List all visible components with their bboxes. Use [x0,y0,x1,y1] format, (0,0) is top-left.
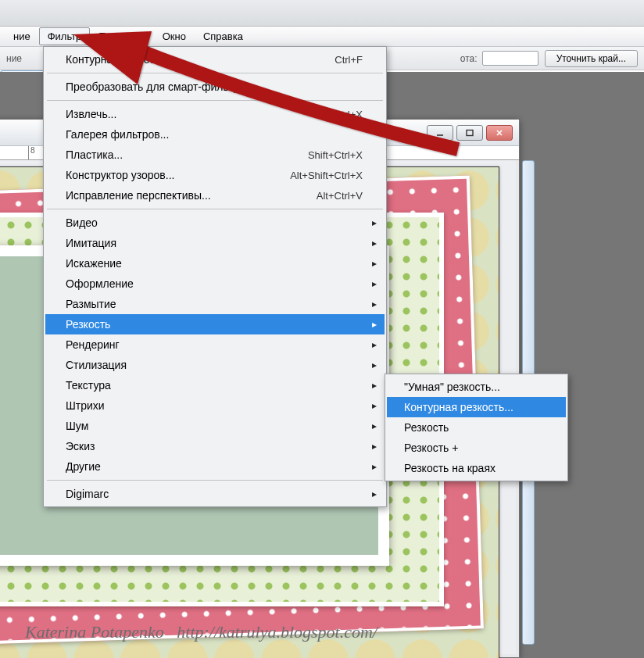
menu-item-extract[interactable]: Извлечь...Alt+Ctrl+X [45,104,385,124]
minimize-button[interactable] [427,125,453,141]
menubar: ние Фильтр Просмотр Окно Справка [0,27,644,47]
menu-item-artistic[interactable]: Имитация [45,233,385,253]
menu-item-pixelate[interactable]: Оформление [45,274,385,294]
window-titlebar [0,0,644,27]
menu-item-brush-strokes[interactable]: Штрихи [45,395,385,416]
menu-item-stylize[interactable]: Стилизация [45,355,385,375]
menu-item-other[interactable]: Другие [45,456,385,477]
menu-item-video[interactable]: Видео [45,213,385,233]
menubar-item-view[interactable]: Просмотр [90,27,153,45]
options-left-label: ние [6,53,22,64]
menu-item-blur[interactable]: Размытие [45,294,385,314]
menubar-item-filter[interactable]: Фильтр [39,27,91,45]
svg-rect-1 [467,130,473,135]
menu-item-pattern-maker[interactable]: Конструктор узоров...Alt+Shift+Ctrl+X [45,165,385,185]
menubar-item-partial[interactable]: ние [5,27,39,45]
maximize-button[interactable] [456,125,483,141]
menu-item-sketch[interactable]: Эскиз [45,436,385,456]
menu-item-liquify[interactable]: Пластика...Shift+Ctrl+X [45,145,385,165]
menu-item-texture[interactable]: Текстура [45,375,385,395]
menu-item-noise[interactable]: Шум [45,416,385,436]
filter-menu: Контурная резкостьCtrl+F Преобразовать д… [43,46,387,507]
submenu-unsharp-mask[interactable]: Контурная резкость... [387,397,566,417]
menu-item-distort[interactable]: Искажение [45,253,385,274]
menu-item-digimarc[interactable]: Digimarc [45,484,385,504]
menubar-item-window[interactable]: Окно [154,27,195,45]
window-buttons [427,125,513,141]
menu-item-filter-gallery[interactable]: Галерея фильтров... [45,124,385,145]
options-height-input[interactable] [482,51,538,66]
refine-edge-button[interactable]: Уточнить край... [545,50,638,67]
menu-item-render[interactable]: Рендеринг [45,334,385,355]
submenu-sharpen-more[interactable]: Резкость + [387,438,566,458]
menubar-item-help[interactable]: Справка [195,27,252,45]
close-button[interactable] [486,125,513,141]
menu-item-vanishing-point[interactable]: Исправление перспективы...Alt+Ctrl+V [45,185,385,206]
menu-item-convert-smart[interactable]: Преобразовать для смарт-фильтров [45,77,385,97]
menu-item-last-filter[interactable]: Контурная резкостьCtrl+F [45,49,385,70]
submenu-sharpen-edges[interactable]: Резкость на краях [387,458,566,478]
options-height-label: ота: [460,53,478,64]
menu-item-sharpen[interactable]: Резкость [45,314,385,334]
sharpen-submenu: "Умная" резкость... Контурная резкость..… [385,374,568,481]
submenu-smart-sharpen[interactable]: "Умная" резкость... [387,377,566,397]
submenu-sharpen[interactable]: Резкость [387,417,566,438]
credit-text: Katerina Potapenko http://katrulya.blogs… [25,622,377,642]
